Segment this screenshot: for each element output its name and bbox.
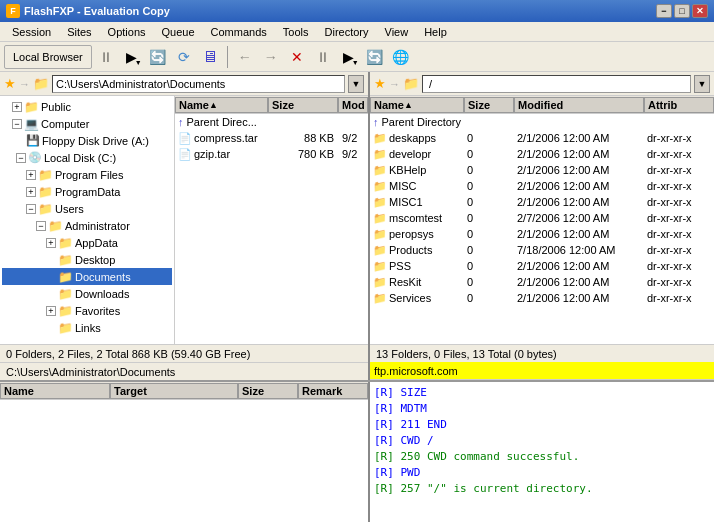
tree-item-floppy[interactable]: 💾 Floppy Disk Drive (A:)	[2, 132, 172, 149]
left-path-input[interactable]	[52, 75, 345, 93]
left-file-row-1[interactable]: 📄 gzip.tar 780 KB 9/2	[175, 146, 368, 162]
tree-item-programfiles[interactable]: + 📁 Program Files	[2, 166, 172, 183]
right-file-row-4[interactable]: 📁 MISC1 0 2/1/2006 12:00 AM dr-xr-xr-x	[370, 194, 714, 210]
right-path-dropdown[interactable]: ▼	[694, 75, 710, 93]
header-size[interactable]: Size	[268, 97, 338, 113]
menu-tools[interactable]: Tools	[275, 24, 317, 40]
menu-help[interactable]: Help	[416, 24, 455, 40]
right-header-attrib[interactable]: Attrib	[644, 97, 714, 113]
right-file-row-1[interactable]: 📁 developr 0 2/1/2006 12:00 AM dr-xr-xr-…	[370, 146, 714, 162]
remote-back-button[interactable]: ←	[233, 45, 257, 69]
right-file-row-parent[interactable]: ↑ Parent Directory	[370, 114, 714, 130]
expand-administrator[interactable]: −	[36, 221, 46, 231]
refresh-button[interactable]: 🔄	[146, 45, 170, 69]
remote-sync-button[interactable]: 🌐	[389, 45, 413, 69]
left-toolbar: Local Browser ⏸ ▶▼ 🔄 ⟳ 🖥	[4, 45, 222, 69]
transfer-header-target[interactable]: Target	[110, 383, 238, 399]
tree-item-links[interactable]: 📁 Links	[2, 319, 172, 336]
right-folder-icon-7: 📁	[370, 244, 387, 257]
tree-item-appdata[interactable]: + 📁 AppData	[2, 234, 172, 251]
right-file-row-3[interactable]: 📁 MISC 0 2/1/2006 12:00 AM dr-xr-xr-x	[370, 178, 714, 194]
remote-forward-button[interactable]: →	[259, 45, 283, 69]
play-button[interactable]: ▶▼	[120, 45, 144, 69]
sync-button[interactable]: ⟳	[172, 45, 196, 69]
remote-pause-button[interactable]: ⏸	[311, 45, 335, 69]
tree-item-administrator[interactable]: − 📁 Administrator	[2, 217, 172, 234]
left-path-dropdown[interactable]: ▼	[348, 75, 364, 93]
right-header-modified[interactable]: Modified	[514, 97, 644, 113]
tree-item-computer[interactable]: − 💻 Computer	[2, 115, 172, 132]
tree-item-documents[interactable]: 📁 Documents	[2, 268, 172, 285]
right-toolbar: ← → ✕ ⏸ ▶▼ 🔄 🌐	[233, 45, 413, 69]
menu-view[interactable]: View	[377, 24, 417, 40]
window-title: FlashFXP - Evaluation Copy	[24, 5, 170, 17]
remote-refresh-button[interactable]: 🔄	[363, 45, 387, 69]
bottom-section: Name Target Size Remark [R] SIZE [R] MDT…	[0, 382, 714, 522]
menu-commands[interactable]: Commands	[203, 24, 275, 40]
tree-item-users[interactable]: − 📁 Users	[2, 200, 172, 217]
right-size-2: 0	[464, 164, 514, 176]
expand-computer[interactable]: −	[12, 119, 22, 129]
menu-options[interactable]: Options	[100, 24, 154, 40]
tree-item-desktop[interactable]: 📁 Desktop	[2, 251, 172, 268]
menu-directory[interactable]: Directory	[317, 24, 377, 40]
right-attrib-1: dr-xr-xr-x	[644, 148, 714, 160]
tree-item-favorites[interactable]: + 📁 Favorites	[2, 302, 172, 319]
remote-delete-button[interactable]: ✕	[285, 45, 309, 69]
right-file-row-10[interactable]: 📁 Services 0 2/1/2006 12:00 AM dr-xr-xr-…	[370, 290, 714, 306]
transfer-header-remark[interactable]: Remark	[298, 383, 368, 399]
left-filemod-1: 9/2	[338, 148, 368, 160]
transfer-header-size[interactable]: Size	[238, 383, 298, 399]
close-button[interactable]: ✕	[692, 4, 708, 18]
header-mod[interactable]: Mod	[338, 97, 368, 113]
expand-favorites[interactable]: +	[46, 306, 56, 316]
expand-programfiles[interactable]: +	[26, 170, 36, 180]
tree-item-public[interactable]: + 📁 Public	[2, 98, 172, 115]
tree-item-programdata[interactable]: + 📁 ProgramData	[2, 183, 172, 200]
expand-public[interactable]: +	[12, 102, 22, 112]
right-filename-6: peropsys	[387, 228, 464, 240]
minimize-button[interactable]: −	[656, 4, 672, 18]
expand-appdata[interactable]: +	[46, 238, 56, 248]
header-name[interactable]: Name ▲	[175, 97, 268, 113]
expand-users[interactable]: −	[26, 204, 36, 214]
right-file-row-7[interactable]: 📁 Products 0 7/18/2006 12:00 AM dr-xr-xr…	[370, 242, 714, 258]
right-size-10: 0	[464, 292, 514, 304]
right-path-input[interactable]	[422, 75, 691, 93]
right-header-size[interactable]: Size	[464, 97, 514, 113]
expand-c[interactable]: −	[16, 153, 26, 163]
tree-item-c[interactable]: − 💿 Local Disk (C:)	[2, 149, 172, 166]
right-file-row-0[interactable]: 📁 deskapps 0 2/1/2006 12:00 AM dr-xr-xr-…	[370, 130, 714, 146]
directory-tree[interactable]: + 📁 Public − 💻 Computer 💾 Floppy Disk Dr…	[0, 96, 175, 344]
right-file-row-5[interactable]: 📁 mscomtest 0 2/7/2006 12:00 AM dr-xr-xr…	[370, 210, 714, 226]
ftp-server-text: ftp.microsoft.com	[374, 365, 458, 377]
remote-play-button[interactable]: ▶▼	[337, 45, 361, 69]
local-browser-button[interactable]: Local Browser	[4, 45, 92, 69]
right-header-name[interactable]: Name ▲	[370, 97, 464, 113]
pause-button[interactable]: ⏸	[94, 45, 118, 69]
right-attrib-5: dr-xr-xr-x	[644, 212, 714, 224]
left-arrow-icon: →	[19, 78, 30, 90]
right-filename-10: Services	[387, 292, 464, 304]
expand-programdata[interactable]: +	[26, 187, 36, 197]
left-file-row-0[interactable]: 📄 compress.tar 88 KB 9/2	[175, 130, 368, 146]
tree-item-downloads[interactable]: 📁 Downloads	[2, 285, 172, 302]
maximize-button[interactable]: □	[674, 4, 690, 18]
right-folder-icon-5: 📁	[370, 212, 387, 225]
transfer-header-name[interactable]: Name	[0, 383, 110, 399]
left-file-row-parent[interactable]: ↑ Parent Direc...	[175, 114, 368, 130]
window-controls: − □ ✕	[656, 4, 708, 18]
right-file-row-8[interactable]: 📁 PSS 0 2/1/2006 12:00 AM dr-xr-xr-x	[370, 258, 714, 274]
log-line-6: [R] 257 "/" is current directory.	[374, 481, 710, 497]
menu-queue[interactable]: Queue	[154, 24, 203, 40]
menu-session[interactable]: Session	[4, 24, 59, 40]
right-attrib-9: dr-xr-xr-x	[644, 276, 714, 288]
drive-icon-c: 💿	[28, 151, 42, 164]
right-file-row-2[interactable]: 📁 KBHelp 0 2/1/2006 12:00 AM dr-xr-xr-x	[370, 162, 714, 178]
right-attrib-8: dr-xr-xr-x	[644, 260, 714, 272]
right-file-row-9[interactable]: 📁 ResKit 0 2/1/2006 12:00 AM dr-xr-xr-x	[370, 274, 714, 290]
connect-button[interactable]: 🖥	[198, 45, 222, 69]
menu-sites[interactable]: Sites	[59, 24, 99, 40]
right-attrib-6: dr-xr-xr-x	[644, 228, 714, 240]
right-file-row-6[interactable]: 📁 peropsys 0 2/1/2006 12:00 AM dr-xr-xr-…	[370, 226, 714, 242]
